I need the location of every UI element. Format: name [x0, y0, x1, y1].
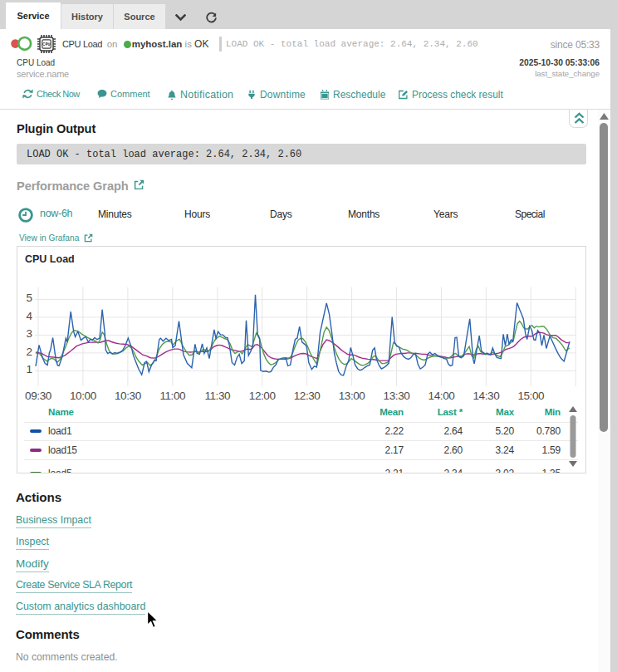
svg-text:11:30: 11:30	[204, 390, 230, 402]
svg-text:1: 1	[26, 363, 32, 375]
svg-text:11:00: 11:00	[159, 390, 185, 402]
svg-text:12:00: 12:00	[249, 390, 276, 402]
svg-text:12:30: 12:30	[294, 390, 321, 402]
svg-text:14:00: 14:00	[428, 390, 455, 402]
svg-text:10:00: 10:00	[70, 390, 96, 402]
svg-text:13:00: 13:00	[339, 390, 365, 402]
svg-text:15:00: 15:00	[517, 390, 544, 402]
svg-text:3: 3	[26, 327, 32, 340]
svg-text:4: 4	[26, 310, 32, 322]
svg-text:5: 5	[26, 292, 32, 304]
svg-text:10:30: 10:30	[115, 390, 141, 402]
svg-text:13:30: 13:30	[384, 390, 410, 402]
svg-text:2: 2	[26, 346, 32, 358]
svg-text:14:30: 14:30	[473, 390, 500, 402]
svg-text:09:30: 09:30	[25, 390, 51, 402]
